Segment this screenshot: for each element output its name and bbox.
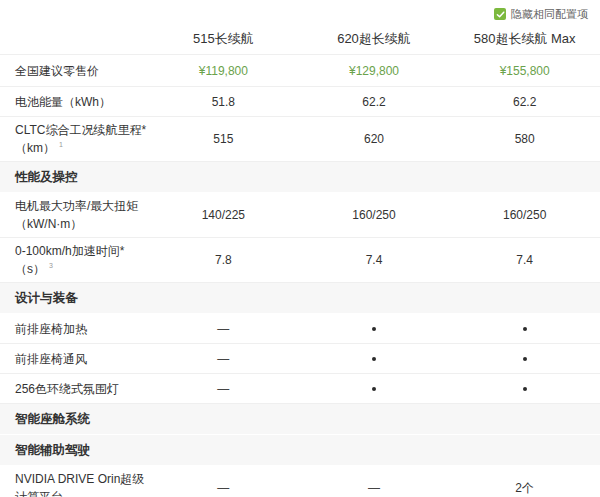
feature-included-dot (372, 327, 376, 331)
spec-row: 前排座椅加热— (0, 314, 600, 344)
feature-not-available-dash: — (299, 481, 450, 495)
spec-row: CLTC综合工况续航里程*（km）1515620580 (0, 117, 600, 162)
feature-included-dot (523, 327, 527, 331)
section-header-row: 智能辅助驾驶 (0, 435, 600, 466)
feature-included-dot (372, 387, 376, 391)
spec-value: ¥155,800 (449, 64, 600, 78)
spec-value (449, 327, 600, 331)
spec-value: 160/250 (299, 208, 450, 222)
spec-value: 7.4 (299, 253, 450, 267)
column-header-trim-1: 515长续航 (148, 30, 299, 48)
section-title: 性能及操控 (15, 169, 78, 186)
spec-comparison-table: 515长续航 620超长续航 580超长续航 Max 全国建议零售价¥119,8… (0, 24, 600, 497)
section-header-row: 性能及操控 (0, 162, 600, 193)
feature-included-dot (523, 387, 527, 391)
spec-label: 全国建议零售价 (0, 58, 148, 84)
spec-label: CLTC综合工况续航里程*（km）1 (0, 117, 148, 161)
section-header-row: 设计与装备 (0, 283, 600, 314)
feature-not-available-dash: — (148, 382, 299, 396)
spec-row: 电池能量（kWh）51.862.262.2 (0, 87, 600, 117)
spec-label: 电机最大功率/最大扭矩（kW/N·m） (0, 193, 148, 237)
section-title: 设计与装备 (15, 290, 78, 307)
spec-row: NVIDIA DRIVE Orin超级计算平台——2个 (0, 466, 600, 497)
spec-value: 2个 (449, 480, 600, 497)
spec-label: 256色环绕式氛围灯 (0, 376, 148, 402)
feature-not-available-dash: — (148, 322, 299, 336)
footnote-mark: 1 (59, 141, 63, 148)
trim-comparison-page: 隐藏相同配置项 515长续航 620超长续航 580超长续航 Max 全国建议零… (0, 0, 600, 497)
spec-value: 62.2 (299, 95, 450, 109)
spec-row: 全国建议零售价¥119,800¥129,800¥155,800 (0, 55, 600, 87)
section-header-row: 智能座舱系统 (0, 404, 600, 435)
spec-label: 电池能量（kWh） (0, 89, 148, 115)
spec-row: 前排座椅通风— (0, 344, 600, 374)
column-header-row: 515长续航 620超长续航 580超长续航 Max (0, 24, 600, 55)
spec-row: 256色环绕式氛围灯— (0, 374, 600, 404)
spec-value (449, 387, 600, 391)
spec-label: 前排座椅通风 (0, 346, 148, 372)
spec-value (299, 357, 450, 361)
column-header-trim-3: 580超长续航 Max (449, 30, 600, 48)
feature-included-dot (523, 357, 527, 361)
spec-value: 140/225 (148, 208, 299, 222)
spec-label: NVIDIA DRIVE Orin超级计算平台 (0, 466, 148, 497)
spec-value: 580 (449, 132, 600, 146)
feature-not-available-dash: — (148, 481, 299, 495)
spec-row: 电机最大功率/最大扭矩（kW/N·m）140/225160/250160/250 (0, 193, 600, 238)
spec-value: ¥119,800 (148, 64, 299, 78)
spec-value (449, 357, 600, 361)
hide-same-label: 隐藏相同配置项 (511, 9, 588, 20)
spec-label: 0-100km/h加速时间*（s）3 (0, 238, 148, 282)
spec-value (299, 327, 450, 331)
spec-row: 0-100km/h加速时间*（s）37.87.47.4 (0, 238, 600, 283)
spec-value: 620 (299, 132, 450, 146)
spec-value: 62.2 (449, 95, 600, 109)
hide-same-config-toggle[interactable]: 隐藏相同配置项 (494, 8, 588, 20)
spec-value (299, 387, 450, 391)
section-title: 智能辅助驾驶 (15, 442, 90, 459)
spec-value: ¥129,800 (299, 64, 450, 78)
spec-value: 160/250 (449, 208, 600, 222)
spec-value: 515 (148, 132, 299, 146)
table-body: 全国建议零售价¥119,800¥129,800¥155,800电池能量（kWh）… (0, 55, 600, 497)
spec-value: 7.8 (148, 253, 299, 267)
section-title: 智能座舱系统 (15, 411, 90, 428)
checkmark-icon (496, 10, 505, 19)
spec-value: 7.4 (449, 253, 600, 267)
feature-not-available-dash: — (148, 352, 299, 366)
footnote-mark: 3 (49, 262, 53, 269)
spec-value: 51.8 (148, 95, 299, 109)
checkbox-checked-icon[interactable] (494, 8, 506, 20)
topbar: 隐藏相同配置项 (0, 0, 600, 24)
spec-label: 前排座椅加热 (0, 316, 148, 342)
feature-included-dot (372, 357, 376, 361)
column-header-trim-2: 620超长续航 (299, 30, 450, 48)
